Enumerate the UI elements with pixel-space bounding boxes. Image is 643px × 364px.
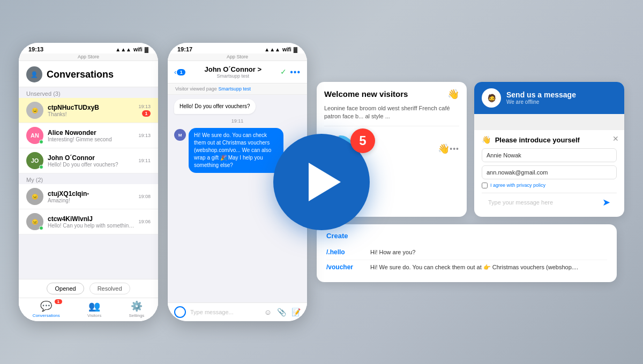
send-msg-status: We are offline [506,99,576,105]
privacy-checkbox[interactable] [482,183,488,188]
online-dot [39,226,43,230]
privacy-checkbox-row: I agree with privacy policy [482,183,617,188]
list-item[interactable]: 😐 ctujXQ1cIqin- Amazing! 19:08 [19,184,158,209]
battery-icon-2: ▓ [294,47,297,52]
chat-contact-name: John O´Connor > [189,65,277,73]
introduce-emoji: 👋 [482,135,491,144]
wave-icon-2: 👋 [438,143,450,155]
agent-avatar: M [174,129,186,141]
online-dot [39,165,43,169]
wifi-icon-2: wifi [282,47,291,52]
phone-conversations: 19:13 ▲▲▲ wifi ▓ App Store 👤 Conversatio… [19,43,158,321]
list-item[interactable]: 😐 ctcw4KiWlvnIJ Hello! Can you help with… [19,209,158,234]
conv-meta: 19:06 [138,219,151,224]
unread-badge: 1 [142,110,151,117]
send-message-panel: 🧔 Send us a message We are offline ✕ 👋 P… [474,82,624,217]
app-store-bar-1: App Store [19,54,158,61]
nav-settings[interactable]: ⚙️ Settings [129,300,144,318]
bottom-navigation: 💬 1 Conversations 👥 Visitors ⚙️ Settings [19,298,158,321]
shortcut-code: /voucher [326,263,364,271]
welcome-title: Welcome new visitors [324,89,408,98]
status-time-1: 19:13 [28,46,43,52]
chat-input-circle [174,306,186,318]
nav-visitors[interactable]: 👥 Visitors [87,300,101,318]
note-icon[interactable]: 📝 [291,308,301,316]
conv-preview: Hello! Do you offer vouchers? [48,162,134,168]
chat-actions: ✓ ••• [280,67,301,77]
play-icon [309,163,341,201]
chat-header: ‹ 1 John O´Connor > Smartsupp test ✓ ••• [168,61,307,84]
conversations-header: 👤 Conversations [19,61,158,87]
email-field[interactable] [482,165,617,179]
attachment-icon[interactable]: 📎 [277,308,286,316]
statusbar-1: 19:13 ▲▲▲ wifi ▓ [19,43,158,54]
chat-input-actions: ☺ 📎 📝 [264,308,301,316]
nav-conversations[interactable]: 💬 1 Conversations [33,300,60,318]
conv-avatar: JO [26,152,43,169]
conv-name: John O´Connor [48,154,134,162]
conv-time: 19:13 [138,104,151,109]
privacy-label: I agree with privacy policy [490,183,545,188]
list-item[interactable]: AN Alice Nowonder Interesting! Gimme sec… [19,123,158,148]
conv-name: ctujXQ1cIqin- [48,190,134,198]
back-button[interactable]: ‹ 1 [174,68,185,76]
send-msg-body [474,114,624,130]
visitor-info-bar: Visitor viewed page Smartsupp test [168,84,307,95]
introduce-section: ✕ 👋 Please introduce yourself I agree wi… [474,130,624,217]
conv-body: John O´Connor Hello! Do you offer vouche… [48,154,134,168]
conv-time: 19:08 [138,194,151,199]
message-bubble: Hello! Do you offer vouchers? [174,99,256,114]
signal-icon-2: ▲▲▲ [264,47,280,52]
checkmark-icon: ✓ [280,67,287,77]
conversations-footer: Opened Resolved 💬 1 Conversations 👥 Visi… [19,279,158,321]
user-avatar: 👤 [26,66,42,82]
nav-badge: 1 [55,299,62,304]
list-item[interactable]: JO John O´Connor Hello! Do you offer vou… [19,148,158,173]
conv-name: ctcw4KiWlvnIJ [48,215,134,223]
conv-preview: Interesting! Gimme second [48,136,134,142]
send-msg-header: 🧔 Send us a message We are offline [474,82,624,114]
chat-header-info: John O´Connor > Smartsupp test [189,65,277,79]
chat-input-bar: Type message... ☺ 📎 📝 [168,302,307,321]
emoji-icon[interactable]: ☺ [264,308,272,316]
conv-preview: Thanks! [48,111,134,117]
welcome-preview-text: Leonine face broom old west sheriff Fren… [317,104,467,126]
conversations-screen: 19:13 ▲▲▲ wifi ▓ App Store 👤 Conversatio… [19,43,158,321]
battery-icon: ▓ [145,47,148,52]
conv-body: Alice Nowonder Interesting! Gimme second [48,129,134,142]
more-options-icon[interactable]: ••• [290,67,301,77]
section-unserved: Unserved (3) [19,87,158,98]
name-field[interactable] [482,148,617,162]
shortcut-text: Hi! How are you? [370,248,607,256]
conv-avatar: AN [26,127,43,144]
conv-preview: Hello! Can you help with something? [48,223,134,229]
shortcut-row[interactable]: /voucher Hi! We sure do. You can check t… [326,260,607,275]
conv-meta: 19:13 [138,133,151,138]
send-message-button[interactable]: ➤ [602,196,610,208]
visitor-link[interactable]: Smartsupp test [218,86,251,92]
online-dot [39,140,43,144]
conv-avatar: 😐 [26,213,43,230]
tab-buttons: Opened Resolved [19,279,158,298]
status-time-2: 19:17 [177,46,192,52]
conv-time: 19:06 [138,219,151,224]
tab-resolved[interactable]: Resolved [89,283,130,294]
shortcut-text: Hi! We sure do. You can check them out a… [370,263,607,271]
conversations-title: Conversations [47,69,114,80]
conv-time: 19:13 [138,133,151,138]
wifi-icon: wifi [133,47,143,52]
signal-icon: ▲▲▲ [115,47,131,52]
close-button[interactable]: ✕ [612,134,619,143]
panel-more-icon[interactable]: ••• [450,145,459,153]
conv-meta: 19:13 1 [138,104,151,117]
shortcut-row[interactable]: /.hello Hi! How are you? [326,245,607,260]
chat-back-badge: 1 [177,69,185,75]
status-icons-2: ▲▲▲ wifi ▓ [264,47,297,52]
statusbar-2: 19:17 ▲▲▲ wifi ▓ [168,43,307,54]
tab-opened[interactable]: Opened [47,283,84,294]
conv-time: 19:11 [138,158,151,163]
list-item[interactable]: 😐 ctpNHucTUDxyB Thanks! 19:13 1 [19,98,158,123]
message-text: Hello! Do you offer vouchers? [180,103,250,109]
conv-body: ctcw4KiWlvnIJ Hello! Can you help with s… [48,215,134,229]
send-msg-info: Send us a message We are offline [506,90,576,105]
